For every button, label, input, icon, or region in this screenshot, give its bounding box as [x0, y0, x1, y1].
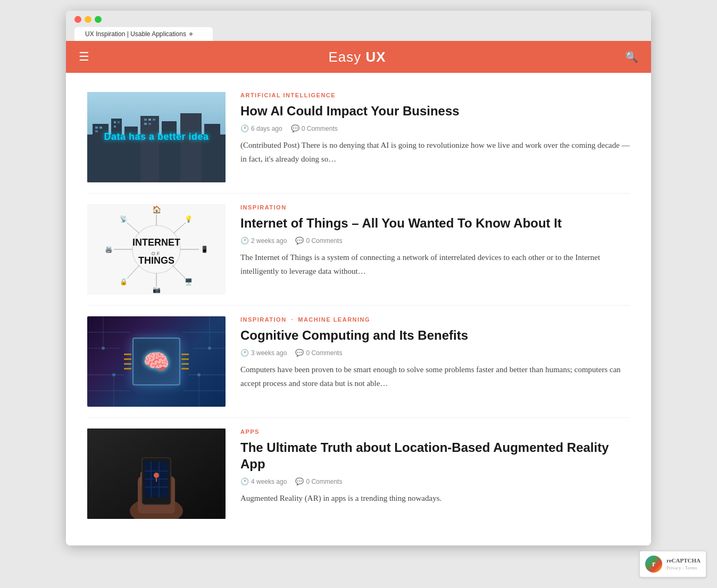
- chip-pin: [181, 363, 189, 365]
- article-excerpt: The Internet of Things is a system of co…: [240, 251, 630, 278]
- thumb-ai: Data has a better idea: [87, 92, 226, 182]
- svg-rect-4: [111, 119, 122, 182]
- iot-svg: INTERNET OF THINGS 🏠 💡: [87, 204, 226, 295]
- meta-time: 🕐 6 days ago: [240, 124, 282, 132]
- svg-text:🏠: 🏠: [152, 205, 162, 214]
- svg-rect-8: [180, 113, 202, 182]
- site-logo: Easy UX: [328, 49, 386, 65]
- thumb-overlay-text: Data has a better idea: [104, 131, 209, 142]
- article-title: How AI Could Impact Your Business: [240, 103, 630, 119]
- article-meta: 🕐 6 days ago 💬 0 Comments: [240, 124, 630, 132]
- article-meta: 🕐 4 weeks ago 💬 0 Comments: [240, 477, 630, 485]
- recaptcha-main: reCAPTCHA: [666, 557, 701, 565]
- tab-title: UX Inspiration | Usable Applications: [85, 30, 186, 38]
- thumb-overlay: Data has a better idea: [104, 131, 209, 143]
- category-label-2: MACHINE LEARNING: [298, 316, 370, 323]
- article-title-link[interactable]: How AI Could Impact Your Business: [240, 104, 460, 118]
- clock-icon: 🕐: [240, 477, 249, 485]
- comment-icon: 💬: [295, 349, 304, 357]
- svg-rect-19: [144, 123, 147, 125]
- site-content: Data has a better idea ARTIFICIAL INTELL…: [66, 73, 651, 545]
- maximize-button[interactable]: [95, 16, 102, 23]
- chip-pin: [181, 354, 189, 355]
- svg-point-57: [112, 373, 115, 376]
- clock-icon: 🕐: [240, 124, 249, 132]
- browser-chrome: UX Inspiration | Usable Applications: [66, 11, 651, 41]
- chip-pin: [181, 358, 189, 360]
- article-title-link[interactable]: Cognitive Computing and Its Benefits: [240, 328, 468, 342]
- article-title-link[interactable]: Internet of Things – All You Wanted To K…: [240, 216, 562, 230]
- article-category: APPS: [240, 429, 630, 435]
- clock-icon: 🕐: [240, 349, 249, 357]
- category-label: INSPIRATION: [240, 204, 287, 211]
- chip-container: 🧠: [132, 338, 180, 385]
- meta-comments: 💬 0 Comments: [295, 237, 342, 245]
- logo-easy: Easy: [328, 49, 365, 65]
- svg-rect-11: [99, 127, 102, 129]
- article-thumbnail: 🧠: [87, 316, 226, 407]
- svg-point-55: [102, 347, 105, 350]
- time-ago: 6 days ago: [251, 125, 282, 132]
- chip-pins-right: [181, 354, 189, 369]
- category-separator: ·: [291, 316, 296, 323]
- svg-text:🔒: 🔒: [120, 278, 128, 285]
- recaptcha-text: reCAPTCHA Privacy - Terms: [666, 557, 701, 572]
- meta-time: 🕐 3 weeks ago: [240, 349, 287, 357]
- svg-rect-17: [148, 119, 151, 121]
- cognitive-chip: 🧠: [132, 338, 180, 385]
- svg-text:THINGS: THINGS: [138, 255, 174, 266]
- chip-pin: [124, 358, 131, 360]
- site-header: ☰ Easy UX 🔍: [66, 41, 651, 73]
- svg-point-56: [208, 347, 211, 350]
- article-excerpt: (Contributed Post) There is no denying t…: [240, 139, 630, 166]
- tab-indicator: [189, 32, 193, 36]
- recaptcha-badge: r reCAPTCHA Privacy - Terms: [639, 551, 706, 577]
- chip-pins-left: [124, 354, 131, 369]
- browser-tab[interactable]: UX Inspiration | Usable Applications: [74, 27, 213, 41]
- browser-window: UX Inspiration | Usable Applications ☰ E…: [66, 11, 651, 545]
- article-title-link[interactable]: The Ultimate Truth about Location-Based …: [240, 440, 609, 471]
- meta-comments: 💬 0 Comments: [295, 349, 342, 357]
- article-card: INTERNET OF THINGS 🏠 💡: [87, 194, 630, 306]
- comment-icon: 💬: [291, 124, 299, 132]
- time-ago: 4 weeks ago: [251, 478, 287, 485]
- article-body: INSPIRATION · MACHINE LEARNING Cognitive…: [240, 316, 630, 407]
- chip-pin: [181, 368, 189, 369]
- close-button[interactable]: [74, 16, 81, 23]
- ar-svg: [87, 429, 226, 519]
- article-meta: 🕐 3 weeks ago 💬 0 Comments: [240, 349, 630, 357]
- svg-rect-6: [140, 116, 159, 182]
- article-category: INSPIRATION · MACHINE LEARNING: [240, 316, 630, 323]
- menu-icon[interactable]: ☰: [79, 51, 89, 63]
- meta-comments: 💬 0 Comments: [291, 124, 338, 132]
- svg-rect-18: [153, 119, 155, 121]
- comments-count: 0 Comments: [306, 349, 342, 357]
- svg-rect-10: [95, 127, 98, 129]
- svg-text:📡: 📡: [120, 215, 128, 223]
- article-title: Cognitive Computing and Its Benefits: [240, 327, 630, 343]
- comment-icon: 💬: [295, 237, 304, 245]
- article-excerpt: Computers have been proven to be smart e…: [240, 363, 630, 390]
- article-thumbnail: [87, 429, 226, 519]
- svg-rect-14: [118, 121, 120, 123]
- category-label: APPS: [240, 429, 260, 435]
- meta-time: 🕐 2 weeks ago: [240, 237, 287, 245]
- article-card: Data has a better idea ARTIFICIAL INTELL…: [87, 81, 630, 194]
- article-card: 🧠 INSPIRATION ·: [87, 306, 630, 418]
- minimize-button[interactable]: [85, 16, 91, 23]
- category-label: ARTIFICIAL INTELLIGENCE: [240, 92, 336, 98]
- article-thumbnail: Data has a better idea: [87, 92, 226, 182]
- article-body: INSPIRATION Internet of Things – All You…: [240, 204, 630, 295]
- comment-icon: 💬: [295, 477, 304, 485]
- time-ago: 3 weeks ago: [251, 349, 287, 357]
- search-icon[interactable]: 🔍: [625, 51, 638, 63]
- article-meta: 🕐 2 weeks ago 💬 0 Comments: [240, 237, 630, 245]
- svg-point-74: [154, 473, 159, 478]
- thumb-ar: [87, 429, 226, 519]
- comments-count: 0 Comments: [306, 478, 342, 485]
- svg-rect-7: [162, 121, 177, 182]
- svg-text:🖥️: 🖥️: [185, 278, 193, 285]
- article-body: ARTIFICIAL INTELLIGENCE How AI Could Imp…: [240, 92, 630, 182]
- svg-point-58: [197, 373, 201, 376]
- svg-rect-16: [144, 119, 147, 121]
